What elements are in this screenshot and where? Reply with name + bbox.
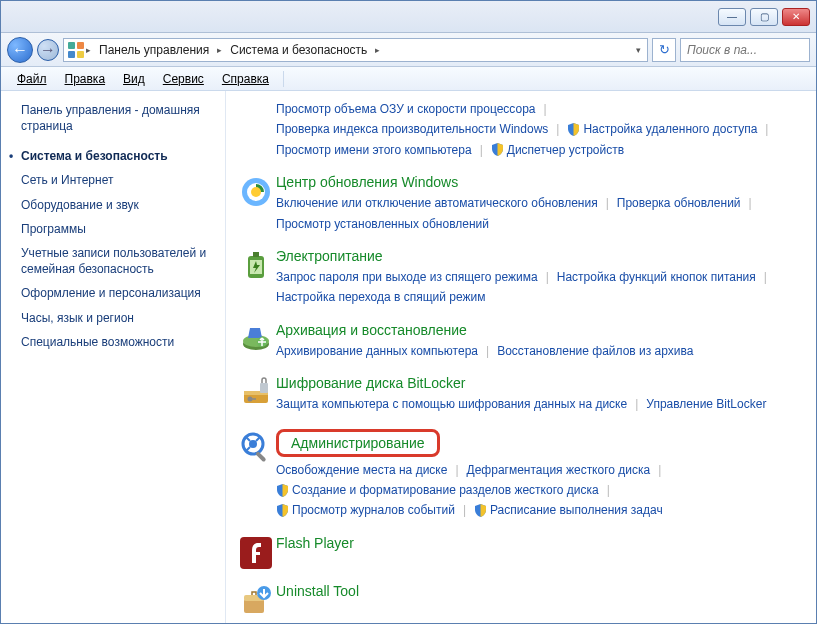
task-link[interactable]: Настройка функций кнопок питания	[557, 267, 756, 287]
titlebar: — ▢ ✕	[1, 1, 816, 33]
task-link[interactable]: Просмотр журналов событий	[276, 500, 455, 520]
address-bar-row: ← → ▸ Панель управления ▸ Система и безо…	[1, 33, 816, 67]
task-link-label: Проверка обновлений	[617, 193, 741, 213]
task-link[interactable]: Проверка обновлений	[617, 193, 741, 213]
task-link-label: Просмотр имени этого компьютера	[276, 140, 472, 160]
link-separator: |	[627, 394, 646, 414]
task-link[interactable]: Просмотр объема ОЗУ и скорости процессор…	[276, 99, 536, 119]
category-power: ЭлектропитаниеЗапрос пароля при выходе и…	[236, 248, 796, 308]
task-link-label: Освобождение места на диске	[276, 460, 447, 480]
maximize-button[interactable]: ▢	[750, 8, 778, 26]
blank-icon	[236, 99, 276, 160]
category-flash: Flash Player	[236, 535, 796, 569]
control-panel-icon	[68, 42, 84, 58]
task-link-label: Создание и форматирование разделов жестк…	[292, 480, 599, 500]
category-links: Освобождение места на диске|Дефрагментац…	[276, 460, 796, 521]
category-bitlocker: Шифрование диска BitLockerЗащита компьют…	[236, 375, 796, 414]
category-title[interactable]: Архивация и восстановление	[276, 322, 796, 338]
sidebar-item[interactable]: Специальные возможности	[21, 334, 225, 350]
sidebar-item[interactable]: Система и безопасность	[21, 148, 225, 164]
task-link[interactable]: Настройка удаленного доступа	[567, 119, 757, 139]
task-link[interactable]: Защита компьютера с помощью шифрования д…	[276, 394, 627, 414]
task-link-label: Просмотр установленных обновлений	[276, 214, 489, 234]
menu-view[interactable]: Вид	[115, 70, 153, 88]
link-separator: |	[599, 480, 618, 500]
task-link[interactable]: Проверка индекса производительности Wind…	[276, 119, 548, 139]
sidebar-item[interactable]: Оформление и персонализация	[21, 285, 225, 301]
task-link-label: Управление BitLocker	[646, 394, 766, 414]
category-system-cont: Просмотр объема ОЗУ и скорости процессор…	[236, 99, 796, 160]
menu-separator	[283, 71, 284, 87]
link-separator: |	[455, 500, 474, 520]
link-separator: |	[650, 460, 669, 480]
category-uninstall: Uninstall Tool	[236, 583, 796, 617]
task-link[interactable]: Освобождение места на диске	[276, 460, 447, 480]
bitlocker-icon	[236, 375, 276, 414]
nav-back-button[interactable]: ←	[7, 37, 33, 63]
nav-forward-button[interactable]: →	[37, 39, 59, 61]
task-link[interactable]: Настройка перехода в спящий режим	[276, 287, 485, 307]
link-separator: |	[756, 267, 775, 287]
menu-tools[interactable]: Сервис	[155, 70, 212, 88]
category-title[interactable]: Flash Player	[276, 535, 796, 551]
admin-icon	[236, 429, 276, 521]
task-link[interactable]: Диспетчер устройств	[491, 140, 624, 160]
shield-icon	[491, 143, 504, 156]
breadcrumb-section[interactable]: Система и безопасность	[224, 43, 373, 57]
flash-icon	[236, 535, 276, 569]
sidebar-home-link[interactable]: Панель управления - домашняя страница	[21, 103, 225, 134]
category-links: Архивирование данных компьютера|Восстано…	[276, 341, 796, 361]
category-title[interactable]: Электропитание	[276, 248, 796, 264]
task-link-label: Диспетчер устройств	[507, 140, 624, 160]
task-link[interactable]: Архивирование данных компьютера	[276, 341, 478, 361]
category-title[interactable]: Uninstall Tool	[276, 583, 796, 599]
category-links: Запрос пароля при выходе из спящего режи…	[276, 267, 796, 308]
chevron-down-icon[interactable]: ▾	[634, 45, 643, 55]
svg-rect-19	[255, 451, 266, 462]
menubar: Файл Правка Вид Сервис Справка	[1, 67, 816, 91]
category-title[interactable]: Центр обновления Windows	[276, 174, 796, 190]
sidebar-item[interactable]: Оборудование и звук	[21, 197, 225, 213]
sidebar-item[interactable]: Учетные записи пользователей и семейная …	[21, 245, 225, 277]
shield-icon	[567, 123, 580, 136]
search-input[interactable]	[680, 38, 810, 62]
svg-rect-3	[77, 51, 84, 58]
task-link[interactable]: Просмотр установленных обновлений	[276, 214, 489, 234]
svg-rect-0	[68, 42, 75, 49]
category-title[interactable]: Администрирование	[276, 429, 440, 457]
menu-help[interactable]: Справка	[214, 70, 277, 88]
svg-rect-2	[68, 51, 75, 58]
content-area: Панель управления - домашняя страница Си…	[1, 91, 816, 623]
task-link-label: Включение или отключение автоматического…	[276, 193, 598, 213]
task-link[interactable]: Управление BitLocker	[646, 394, 766, 414]
task-link[interactable]: Восстановление файлов из архива	[497, 341, 693, 361]
svg-rect-1	[77, 42, 84, 49]
link-separator: |	[548, 119, 567, 139]
breadcrumb[interactable]: ▸ Панель управления ▸ Система и безопасн…	[63, 38, 648, 62]
minimize-button[interactable]: —	[718, 8, 746, 26]
link-separator: |	[598, 193, 617, 213]
task-link-label: Дефрагментация жесткого диска	[467, 460, 651, 480]
task-link[interactable]: Создание и форматирование разделов жестк…	[276, 480, 599, 500]
chevron-right-icon: ▸	[373, 45, 382, 55]
menu-file[interactable]: Файл	[9, 70, 55, 88]
task-link[interactable]: Запрос пароля при выходе из спящего режи…	[276, 267, 538, 287]
sidebar-item[interactable]: Часы, язык и регион	[21, 310, 225, 326]
task-link[interactable]: Просмотр имени этого компьютера	[276, 140, 472, 160]
task-link-label: Настройка перехода в спящий режим	[276, 287, 485, 307]
sidebar-item[interactable]: Программы	[21, 221, 225, 237]
category-links: Включение или отключение автоматического…	[276, 193, 796, 234]
breadcrumb-root[interactable]: Панель управления	[93, 43, 215, 57]
task-link[interactable]: Расписание выполнения задач	[474, 500, 663, 520]
sidebar-item[interactable]: Сеть и Интернет	[21, 172, 225, 188]
menu-edit[interactable]: Правка	[57, 70, 114, 88]
task-link-label: Настройка функций кнопок питания	[557, 267, 756, 287]
backup-icon	[236, 322, 276, 361]
task-link[interactable]: Включение или отключение автоматического…	[276, 193, 598, 213]
category-title[interactable]: Шифрование диска BitLocker	[276, 375, 796, 391]
task-link[interactable]: Дефрагментация жесткого диска	[467, 460, 651, 480]
refresh-button[interactable]: ↻	[652, 38, 676, 62]
svg-rect-16	[260, 383, 268, 393]
task-link-label: Архивирование данных компьютера	[276, 341, 478, 361]
close-button[interactable]: ✕	[782, 8, 810, 26]
